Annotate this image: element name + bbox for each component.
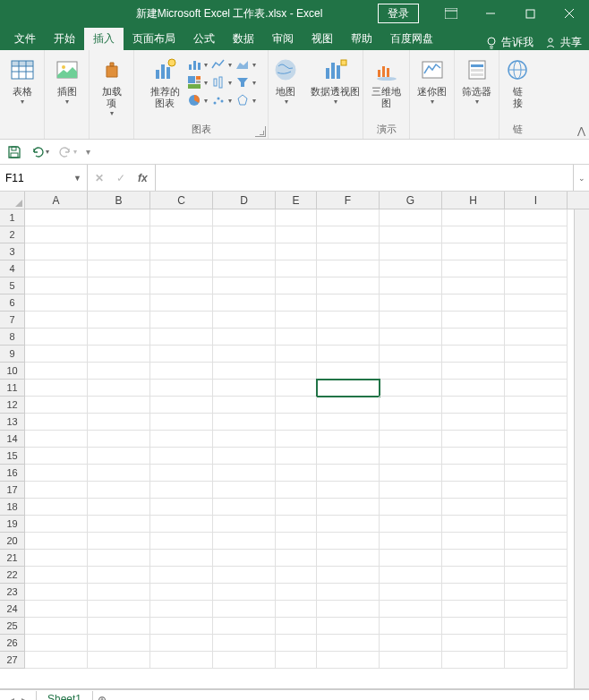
cell[interactable] [213, 209, 276, 226]
cell[interactable] [317, 601, 380, 618]
cell[interactable] [442, 312, 505, 329]
cell[interactable] [505, 533, 568, 550]
row-header[interactable]: 7 [0, 312, 25, 329]
cell[interactable] [88, 601, 150, 618]
cell[interactable] [380, 635, 442, 652]
save-button[interactable] [7, 145, 21, 159]
cell[interactable] [380, 499, 442, 516]
cell[interactable] [213, 226, 276, 243]
cell[interactable] [150, 226, 213, 243]
row-header[interactable]: 20 [0, 533, 25, 550]
cell[interactable] [88, 363, 150, 380]
name-box[interactable]: ▼ [0, 165, 88, 191]
cell[interactable] [150, 550, 213, 567]
cell[interactable] [380, 243, 442, 260]
cell[interactable] [317, 277, 380, 295]
cell[interactable] [213, 516, 276, 533]
cell[interactable] [380, 584, 442, 601]
maps-button[interactable]: 地图 ▾ [268, 54, 303, 107]
cell[interactable] [380, 397, 442, 414]
cell[interactable] [276, 465, 317, 482]
cancel-formula-icon[interactable]: ✕ [95, 172, 104, 184]
tab-formulas[interactable]: 公式 [184, 28, 224, 50]
cell[interactable] [505, 260, 568, 277]
cell[interactable] [505, 295, 568, 312]
cell[interactable] [25, 260, 88, 277]
cell[interactable] [505, 584, 568, 601]
insert-function-button[interactable]: fx [138, 172, 148, 184]
cell[interactable] [25, 363, 88, 380]
cell[interactable] [442, 431, 505, 448]
cell[interactable] [150, 414, 213, 431]
cell[interactable] [380, 226, 442, 243]
new-sheet-button[interactable]: ⊕ [93, 694, 111, 701]
cell[interactable] [25, 516, 88, 533]
cell[interactable] [25, 465, 88, 482]
cell[interactable] [442, 414, 505, 431]
cell[interactable] [88, 329, 150, 346]
row-header[interactable]: 25 [0, 618, 25, 635]
cell[interactable] [442, 260, 505, 277]
row-header[interactable]: 23 [0, 584, 25, 601]
cell[interactable] [150, 363, 213, 380]
cell[interactable] [505, 414, 568, 431]
cell[interactable] [150, 209, 213, 226]
cell[interactable] [442, 499, 505, 516]
column-header[interactable]: A [25, 192, 88, 209]
row-header[interactable]: 9 [0, 346, 25, 363]
cell[interactable] [88, 380, 150, 397]
cell[interactable] [25, 277, 88, 295]
cell[interactable] [25, 329, 88, 346]
cell[interactable] [276, 346, 317, 363]
cell[interactable] [150, 260, 213, 277]
column-header[interactable]: E [276, 192, 317, 209]
cell[interactable] [442, 652, 505, 669]
3dmap-button[interactable]: 三维地 图 [368, 54, 405, 111]
cell[interactable] [442, 584, 505, 601]
cell[interactable] [442, 533, 505, 550]
cell[interactable] [317, 329, 380, 346]
cell[interactable] [276, 380, 317, 397]
cell[interactable] [317, 346, 380, 363]
cell[interactable] [88, 516, 150, 533]
cell[interactable] [317, 635, 380, 652]
cell[interactable] [213, 329, 276, 346]
cell[interactable] [317, 260, 380, 277]
cell[interactable] [150, 243, 213, 260]
cell[interactable] [150, 465, 213, 482]
cell[interactable] [213, 652, 276, 669]
cell[interactable] [150, 329, 213, 346]
cell[interactable] [505, 550, 568, 567]
cell[interactable] [505, 618, 568, 635]
tell-me-button[interactable]: 告诉我 [485, 35, 534, 50]
tab-help[interactable]: 帮助 [342, 28, 381, 50]
cell[interactable] [276, 431, 317, 448]
cell[interactable] [213, 380, 276, 397]
cell[interactable] [150, 312, 213, 329]
pie-chart-button[interactable]: ▾ [187, 93, 208, 107]
cell[interactable] [213, 618, 276, 635]
chevron-down-icon[interactable]: ▼ [73, 174, 81, 183]
cell[interactable] [88, 652, 150, 669]
cell[interactable] [442, 448, 505, 465]
illustrations-button[interactable]: 插图 ▾ [49, 54, 85, 107]
cell[interactable] [213, 346, 276, 363]
cell[interactable] [442, 295, 505, 312]
cell[interactable] [150, 482, 213, 499]
cell[interactable] [317, 363, 380, 380]
cell[interactable] [442, 635, 505, 652]
cell[interactable] [150, 584, 213, 601]
row-header[interactable]: 18 [0, 499, 25, 516]
cell[interactable] [276, 584, 317, 601]
cell[interactable] [150, 277, 213, 295]
cell[interactable] [317, 397, 380, 414]
cell[interactable] [442, 346, 505, 363]
cell[interactable] [25, 312, 88, 329]
cell[interactable] [505, 652, 568, 669]
cell[interactable] [213, 414, 276, 431]
cell[interactable] [88, 414, 150, 431]
select-all-corner[interactable] [0, 192, 25, 209]
cell[interactable] [25, 397, 88, 414]
cell[interactable] [276, 482, 317, 499]
cell[interactable] [88, 397, 150, 414]
